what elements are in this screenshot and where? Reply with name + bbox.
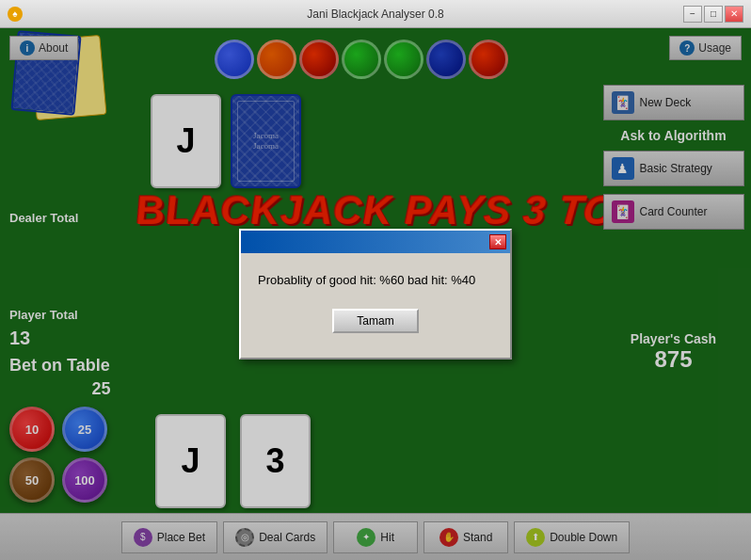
modal-body: Probablity of good hit: %60 bad hit: %40… xyxy=(241,253,510,357)
app-icon: ♠ xyxy=(8,7,23,22)
modal-message: Probablity of good hit: %60 bad hit: %40 xyxy=(258,272,493,289)
window-title: Jani Blackjack Analyser 0.8 xyxy=(307,8,443,21)
minimize-button[interactable]: − xyxy=(683,6,702,23)
modal-ok-button[interactable]: Tamam xyxy=(332,309,418,333)
window-controls: − □ ✕ xyxy=(683,6,743,23)
probability-modal: ✕ Probablity of good hit: %60 bad hit: %… xyxy=(239,229,512,359)
game-table: i About ? Usage Dealer Total Player Tota… xyxy=(0,28,751,560)
modal-close-button[interactable]: ✕ xyxy=(489,234,506,249)
title-bar-left: ♠ xyxy=(8,7,23,22)
modal-footer: Tamam xyxy=(258,309,493,346)
close-button[interactable]: ✕ xyxy=(725,6,743,23)
modal-overlay: ✕ Probablity of good hit: %60 bad hit: %… xyxy=(0,28,751,560)
title-bar: ♠ Jani Blackjack Analyser 0.8 − □ ✕ xyxy=(0,0,751,28)
maximize-button[interactable]: □ xyxy=(704,6,723,23)
modal-titlebar: ✕ xyxy=(241,231,510,253)
